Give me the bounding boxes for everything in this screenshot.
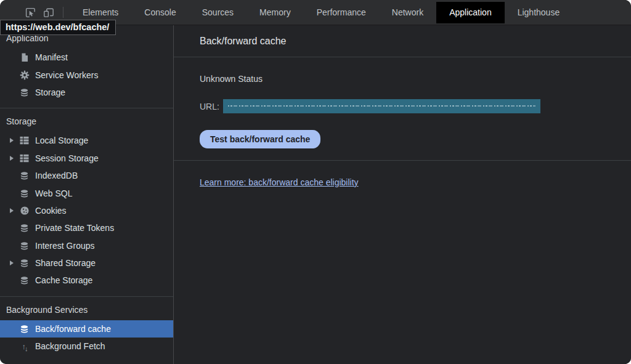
tab-lighthouse[interactable]: Lighthouse	[505, 0, 573, 25]
sidebar-item-local-storage[interactable]: Local Storage	[0, 132, 173, 149]
tab-application[interactable]: Application	[436, 2, 505, 23]
url-row: URL:	[200, 99, 631, 113]
database-icon	[19, 323, 30, 334]
sidebar-item-session-storage[interactable]: Session Storage	[0, 150, 173, 167]
panel-title: Back/forward cache	[200, 36, 287, 47]
sidebar-item-manifest[interactable]: Manifest	[0, 49, 173, 66]
document-icon	[19, 52, 30, 63]
expand-arrow-icon[interactable]	[10, 208, 14, 213]
toolbar-divider	[63, 7, 63, 18]
sidebar-item-storage[interactable]: Storage	[0, 84, 173, 101]
device-toolbar-icon[interactable]	[39, 4, 58, 20]
bfcache-panel: Back/forward cache Unknown Status URL: T…	[174, 25, 631, 364]
tab-console[interactable]: Console	[131, 0, 189, 25]
url-tooltip: https://web.dev/bfcache/	[0, 20, 116, 35]
test-bfcache-button[interactable]: Test back/forward cache	[200, 130, 320, 148]
application-sidebar: Application Manifest	[0, 25, 174, 364]
cookie-icon	[19, 205, 30, 216]
database-icon	[19, 223, 30, 233]
sidebar-item-private-state-tokens[interactable]: Private State Tokens	[0, 219, 173, 237]
sidebar-section-application: Application Manifest	[0, 25, 173, 108]
devtools-window: Elements Console Sources Memory Performa…	[0, 0, 631, 364]
sidebar-section-background-services: Background Services Back/forward cache	[0, 297, 173, 362]
section-title-application: Application	[0, 33, 173, 49]
panel-content: Unknown Status URL: Test back/forward ca…	[174, 57, 631, 188]
sidebar-item-indexeddb[interactable]: IndexedDB	[0, 167, 173, 184]
expand-arrow-icon[interactable]	[10, 156, 14, 161]
sidebar-item-shared-storage[interactable]: Shared Storage	[0, 254, 173, 272]
url-value-highlight	[223, 99, 540, 113]
gear-icon	[19, 70, 30, 80]
database-icon	[19, 240, 30, 251]
status-text: Unknown Status	[200, 74, 631, 84]
database-icon	[19, 188, 30, 198]
expand-arrow-icon[interactable]	[10, 138, 14, 143]
table-icon	[19, 135, 30, 146]
redacted-url-text	[228, 105, 535, 107]
sidebar-item-background-fetch[interactable]: ↑↓ Background Fetch	[0, 338, 173, 355]
sidebar-item-cookies[interactable]: Cookies	[0, 202, 173, 219]
sidebar-item-cache-storage[interactable]: Cache Storage	[0, 272, 173, 289]
section-divider	[174, 160, 631, 161]
database-icon	[19, 171, 30, 181]
tab-sources[interactable]: Sources	[189, 0, 246, 25]
database-icon	[19, 275, 30, 286]
learn-more-link[interactable]: Learn more: back/forward cache eligibili…	[200, 177, 359, 187]
sidebar-item-interest-groups[interactable]: Interest Groups	[0, 237, 173, 254]
url-label: URL:	[200, 102, 219, 111]
panel-header: Back/forward cache	[174, 25, 631, 57]
tab-memory[interactable]: Memory	[246, 0, 304, 25]
tab-performance[interactable]: Performance	[304, 0, 379, 25]
section-title-background-services: Background Services	[0, 305, 173, 320]
sidebar-section-storage: Storage Local Storage	[0, 108, 173, 297]
up-down-arrows-icon: ↑↓	[19, 341, 30, 352]
table-icon	[19, 153, 30, 163]
sidebar-item-web-sql[interactable]: Web SQL	[0, 184, 173, 201]
tab-network[interactable]: Network	[379, 0, 436, 25]
sidebar-item-service-workers[interactable]: Service Workers	[0, 66, 173, 83]
sidebar-item-back-forward-cache[interactable]: Back/forward cache	[0, 320, 173, 338]
expand-arrow-icon[interactable]	[10, 261, 14, 265]
section-title-storage: Storage	[0, 116, 173, 132]
inspect-icon[interactable]	[21, 4, 39, 20]
database-icon	[19, 87, 30, 97]
database-icon	[19, 258, 30, 269]
